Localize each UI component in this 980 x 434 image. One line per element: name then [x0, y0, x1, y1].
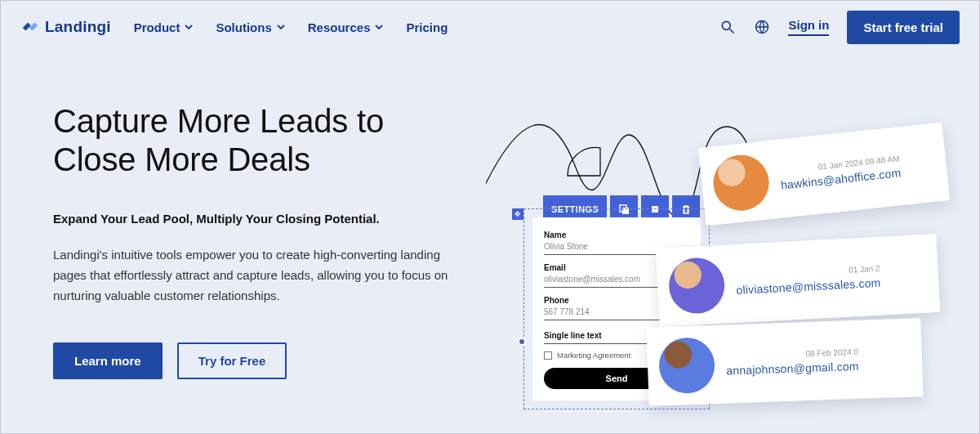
sign-in-link[interactable]: Sign in — [788, 18, 829, 36]
resize-handle-icon[interactable] — [518, 338, 526, 346]
brand-logo[interactable]: Landingi — [20, 18, 111, 36]
hero-section: Capture More Leads to Close More Deals E… — [1, 53, 979, 379]
lead-card: 01 Jan 2 oliviastone@misssales.com — [656, 234, 941, 327]
name-label: Name — [544, 230, 689, 239]
nav-label: Resources — [308, 20, 371, 34]
chevron-down-icon — [185, 23, 193, 31]
header-right: Sign in Start free trial — [719, 11, 960, 44]
lead-card: 08 Feb 2024 0 annajohnson@gmail.com — [646, 318, 923, 406]
search-icon[interactable] — [719, 19, 736, 35]
chevron-down-icon — [375, 23, 383, 31]
hero-buttons: Learn more Try for Free — [53, 342, 470, 379]
nav-label: Product — [134, 20, 180, 34]
checkbox-icon[interactable] — [544, 351, 552, 360]
try-for-free-button[interactable]: Try for Free — [177, 342, 287, 379]
hero-title: Capture More Leads to Close More Deals — [53, 102, 470, 179]
avatar — [667, 257, 725, 315]
hero-title-line1: Capture More Leads to — [53, 103, 384, 139]
nav-solutions[interactable]: Solutions — [216, 20, 284, 34]
chevron-down-icon — [277, 23, 285, 31]
main-nav: Product Solutions Resources Pricing — [134, 20, 448, 34]
hero-body: Landingi's intuitive tools empower you t… — [53, 245, 461, 306]
hero-illustration: ✥ SETTINGS Name Olivia Stone Email olivi… — [494, 102, 979, 379]
svg-point-0 — [723, 21, 731, 29]
nav-pricing[interactable]: Pricing — [406, 20, 448, 34]
landingi-logo-icon — [20, 18, 38, 36]
hero-copy: Capture More Leads to Close More Deals E… — [53, 102, 494, 379]
move-handle-icon[interactable]: ✥ — [512, 208, 523, 220]
svg-line-1 — [730, 29, 734, 34]
header-bar: Landingi Product Solutions Resources Pri… — [1, 1, 979, 53]
hero-title-line2: Close More Deals — [53, 141, 310, 177]
globe-icon[interactable] — [754, 19, 770, 35]
nav-label: Solutions — [216, 20, 271, 34]
lead-date: 08 Feb 2024 0 — [726, 347, 859, 360]
agreement-label: Marketing Agreement — [557, 351, 630, 360]
nav-resources[interactable]: Resources — [308, 20, 384, 34]
avatar — [658, 337, 715, 394]
nav-product[interactable]: Product — [134, 20, 194, 34]
avatar — [710, 152, 772, 213]
nav-label: Pricing — [406, 20, 448, 34]
hero-subtitle: Expand Your Lead Pool, Multiply Your Clo… — [53, 212, 470, 226]
lead-email: annajohnson@gmail.com — [726, 359, 859, 377]
learn-more-button[interactable]: Learn more — [53, 342, 163, 379]
brand-name: Landingi — [45, 18, 111, 36]
start-free-trial-button[interactable]: Start free trial — [847, 11, 960, 44]
